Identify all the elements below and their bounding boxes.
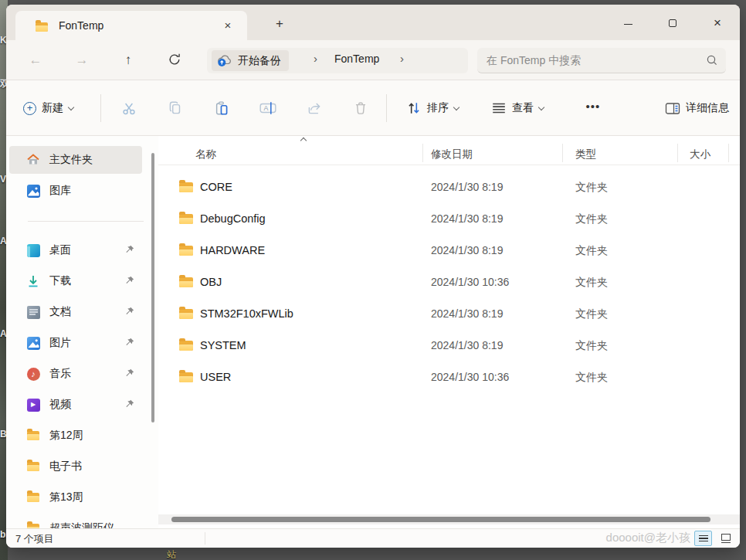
navigation-sidebar: 主文件夹 图库 桌面 xyxy=(6,136,158,528)
sidebar-item-label: 音乐 xyxy=(49,367,71,381)
close-button[interactable]: × xyxy=(700,14,735,34)
rename-icon: A xyxy=(259,100,277,117)
folder-icon xyxy=(179,214,193,224)
file-row-user[interactable]: USER 2024/1/30 10:36 文件夹 xyxy=(158,361,740,393)
file-row-stm32[interactable]: STM32F10xFWLib 2024/1/30 8:19 文件夹 xyxy=(158,298,740,330)
minimize-button[interactable] xyxy=(610,14,646,34)
horizontal-scrollbar-thumb[interactable] xyxy=(171,517,710,522)
status-divider xyxy=(205,532,205,545)
forward-button[interactable]: → xyxy=(70,50,94,72)
breadcrumb-item[interactable]: FonTemp xyxy=(334,53,379,65)
column-divider[interactable] xyxy=(422,144,423,162)
column-divider[interactable] xyxy=(677,144,678,162)
sidebar-item-downloads[interactable]: 下载 xyxy=(9,267,142,295)
cut-button[interactable] xyxy=(118,97,140,119)
folder-icon xyxy=(179,309,193,319)
maximize-button[interactable] xyxy=(655,14,690,34)
items-count: 7 个项目 xyxy=(15,532,54,546)
file-row-hardware[interactable]: HARDWARE 2024/1/30 8:19 文件夹 xyxy=(158,235,740,266)
column-header-date[interactable]: 修改日期 xyxy=(431,148,473,161)
view-button[interactable]: 查看 xyxy=(485,96,550,120)
folder-icon xyxy=(26,521,40,528)
tab-close-button[interactable]: × xyxy=(219,17,236,34)
column-header-size[interactable]: 大小 xyxy=(690,148,710,161)
file-explorer-window: FonTemp × + × ← → ↑ 开始备份 xyxy=(6,5,740,548)
sidebar-scrollbar[interactable] xyxy=(151,153,154,423)
column-divider[interactable] xyxy=(562,144,563,162)
file-type: 文件夹 xyxy=(575,212,608,226)
column-header-type[interactable]: 类型 xyxy=(575,148,596,161)
document-icon xyxy=(26,305,40,319)
breadcrumb-chevron-icon[interactable]: › xyxy=(400,52,404,65)
folder-icon xyxy=(179,277,193,287)
sidebar-item-pictures[interactable]: 图片 xyxy=(9,329,142,357)
pin-icon xyxy=(124,245,134,255)
tab-fontemp[interactable]: FonTemp × xyxy=(15,11,247,40)
file-date: 2024/1/30 8:19 xyxy=(431,339,503,351)
sidebar-item-documents[interactable]: 文档 xyxy=(9,298,142,326)
sidebar-item-label: 超声波测距仪 xyxy=(49,521,114,528)
details-pane-button[interactable]: 详细信息 xyxy=(659,96,735,120)
sidebar-item-ultrasonic[interactable]: 超声波测距仪 xyxy=(9,514,142,528)
address-row: ← → ↑ 开始备份 › FonTemp › xyxy=(6,40,740,80)
search-box[interactable] xyxy=(477,48,726,73)
view-icon xyxy=(491,101,507,115)
gallery-icon xyxy=(26,184,40,198)
share-button[interactable] xyxy=(303,97,325,119)
new-tab-button[interactable]: + xyxy=(269,15,290,35)
sidebar-item-label: 下载 xyxy=(49,274,71,288)
paste-button[interactable] xyxy=(211,97,232,119)
file-name: DebugConfig xyxy=(200,212,266,225)
file-row-obj[interactable]: OBJ 2024/1/30 10:36 文件夹 xyxy=(158,266,740,298)
sidebar-item-ebooks[interactable]: 电子书 xyxy=(9,453,142,480)
address-bar[interactable]: 开始备份 › FonTemp › xyxy=(207,48,468,73)
details-view-toggle[interactable] xyxy=(694,531,712,546)
pin-icon xyxy=(124,338,134,348)
view-label: 查看 xyxy=(512,101,534,115)
horizontal-scrollbar[interactable] xyxy=(158,514,740,524)
sidebar-item-videos[interactable]: ▶ 视频 xyxy=(9,391,142,419)
breadcrumb-backup-pill[interactable]: 开始备份 xyxy=(212,50,289,71)
pin-icon xyxy=(124,276,134,286)
folder-icon xyxy=(26,429,40,443)
refresh-button[interactable] xyxy=(162,53,187,74)
copy-button[interactable] xyxy=(164,97,186,119)
maximize-icon xyxy=(669,19,676,27)
rename-button[interactable]: A xyxy=(257,97,279,119)
sidebar-item-week13[interactable]: 第13周 xyxy=(9,484,142,511)
music-note-icon: ♪ xyxy=(31,370,36,378)
up-button[interactable]: ↑ xyxy=(116,50,141,72)
desktop-icon-label: 站 xyxy=(167,548,176,560)
trash-icon xyxy=(352,100,369,117)
sort-button[interactable]: 排序 xyxy=(400,96,465,120)
column-divider[interactable] xyxy=(728,144,729,162)
sidebar-item-home[interactable]: 主文件夹 xyxy=(9,146,142,174)
large-icons-view-toggle[interactable] xyxy=(718,531,734,546)
chevron-down-icon xyxy=(538,104,544,110)
search-input[interactable] xyxy=(487,52,695,69)
file-row-system[interactable]: SYSTEM 2024/1/30 8:19 文件夹 xyxy=(158,330,740,361)
sidebar-item-label: 主文件夹 xyxy=(49,153,93,167)
sidebar-item-desktop[interactable]: 桌面 xyxy=(9,236,142,264)
sidebar-item-gallery[interactable]: 图库 xyxy=(9,177,142,205)
paste-icon xyxy=(213,100,230,117)
folder-icon xyxy=(36,22,48,32)
breadcrumb-chevron-icon[interactable]: › xyxy=(314,52,317,65)
details-pane-icon xyxy=(665,102,680,115)
breadcrumb-item[interactable]: 开始备份 xyxy=(238,54,281,68)
file-row-core[interactable]: CORE 2024/1/30 8:19 文件夹 xyxy=(158,171,740,203)
pin-icon xyxy=(124,307,134,317)
delete-button[interactable] xyxy=(350,97,371,119)
sidebar-item-week12[interactable]: 第12周 xyxy=(9,422,142,450)
column-header-name[interactable]: 名称 xyxy=(195,148,216,161)
see-more-button[interactable]: ••• xyxy=(579,97,607,119)
file-row-debugconfig[interactable]: DebugConfig 2024/1/30 8:19 文件夹 xyxy=(158,203,740,235)
back-button[interactable]: ← xyxy=(23,50,48,72)
tab-bar: FonTemp × + × xyxy=(6,5,740,40)
sidebar-item-music[interactable]: ♪ 音乐 xyxy=(9,360,142,388)
file-date: 2024/1/30 10:36 xyxy=(431,371,509,383)
sidebar-item-label: 图库 xyxy=(49,184,71,198)
minimize-icon xyxy=(624,24,632,25)
sidebar-divider xyxy=(28,221,144,222)
new-button[interactable]: + 新建 xyxy=(17,96,80,120)
